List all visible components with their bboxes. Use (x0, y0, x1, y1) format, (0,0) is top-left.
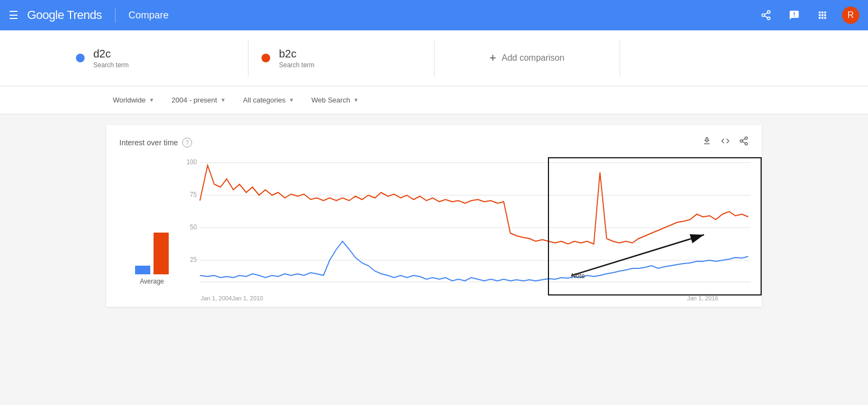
svg-text:50: 50 (190, 223, 197, 230)
d2c-name: d2c (93, 48, 129, 60)
svg-point-5 (745, 137, 748, 140)
b2c-type: Search term (279, 61, 314, 69)
line-chart-svg: 100 75 50 25 (184, 157, 751, 293)
card-actions (702, 136, 749, 149)
note-label: Note (571, 272, 585, 280)
location-chevron: ▼ (149, 97, 154, 103)
svg-text:75: 75 (190, 191, 197, 198)
d2c-info: d2c Search term (93, 48, 129, 69)
apps-icon[interactable] (814, 7, 831, 24)
d2c-type: Search term (93, 61, 129, 69)
x-label-2016: Jan 1, 2016 (687, 295, 751, 301)
svg-line-4 (764, 12, 768, 14)
search-terms-container: d2c Search term b2c Search term + Add co… (54, 39, 814, 77)
app-logo: Google Trends (27, 8, 102, 22)
add-comparison-label: Add comparison (502, 53, 565, 63)
b2c-bar (154, 233, 169, 274)
bar-chart-bars (135, 198, 169, 274)
search-type-filter[interactable]: Web Search ▼ (307, 93, 363, 107)
search-area: d2c Search term b2c Search term + Add co… (0, 30, 868, 86)
category-filter[interactable]: All categories ▼ (239, 93, 298, 107)
svg-point-7 (745, 143, 748, 145)
search-type-chevron: ▼ (353, 97, 359, 103)
feedback-icon[interactable] (786, 7, 803, 24)
d2c-dot (76, 54, 85, 62)
category-label: All categories (243, 96, 285, 104)
search-type-label: Web Search (311, 96, 350, 104)
menu-icon[interactable]: ☰ (9, 9, 18, 22)
chart-body: Average 100 75 50 25 (106, 157, 762, 301)
category-chevron: ▼ (289, 97, 294, 103)
filter-bar: Worldwide ▼ 2004 - present ▼ All categor… (0, 86, 868, 114)
line-chart-area: 100 75 50 25 Jan 1, 2004 Jan 1, 2010 Jan… (184, 157, 762, 301)
d2c-line (200, 241, 748, 281)
share-chart-icon[interactable] (739, 136, 749, 149)
card-title-area: Interest over time ? (119, 138, 192, 147)
x-label-2010: Jan 1, 2010 (232, 295, 264, 301)
app-header: ☰ Google Trends Compare R (0, 0, 868, 30)
main-content: Interest over time ? (0, 114, 868, 329)
add-plus-icon: + (489, 51, 496, 65)
svg-line-9 (742, 139, 745, 140)
add-comparison-button[interactable]: + Add comparison (435, 39, 620, 77)
header-actions: R (757, 7, 859, 24)
b2c-dot (261, 54, 270, 62)
svg-line-3 (764, 16, 768, 17)
search-term-b2c[interactable]: b2c Search term (248, 39, 434, 77)
b2c-name: b2c (279, 48, 314, 60)
svg-line-8 (742, 142, 745, 143)
svg-text:100: 100 (187, 158, 197, 165)
share-icon[interactable] (757, 7, 775, 24)
header-divider (115, 8, 116, 23)
help-icon[interactable]: ? (182, 138, 192, 147)
location-label: Worldwide (113, 96, 145, 104)
download-icon[interactable] (702, 136, 712, 149)
location-filter[interactable]: Worldwide ▼ (108, 93, 158, 107)
time-filter[interactable]: 2004 - present ▼ (167, 93, 230, 107)
average-bar-chart: Average (119, 157, 184, 301)
x-label-2004: Jan 1, 2004 (201, 295, 232, 301)
x-axis-labels: Jan 1, 2004 Jan 1, 2010 Jan 1, 2016 (184, 295, 751, 301)
svg-point-6 (740, 140, 743, 143)
page-title: Compare (129, 10, 169, 21)
svg-point-2 (768, 17, 770, 20)
b2c-line (200, 165, 748, 244)
d2c-bar (135, 266, 150, 274)
time-label: 2004 - present (171, 96, 217, 104)
svg-point-1 (762, 14, 765, 17)
svg-text:25: 25 (190, 256, 197, 263)
card-title: Interest over time (119, 138, 178, 147)
interest-over-time-card: Interest over time ? (106, 125, 762, 307)
search-term-d2c[interactable]: d2c Search term (63, 39, 248, 77)
avatar[interactable]: R (842, 7, 859, 24)
b2c-info: b2c Search term (279, 48, 314, 69)
time-chevron: ▼ (220, 97, 226, 103)
svg-point-0 (768, 11, 770, 14)
embed-icon[interactable] (720, 136, 730, 149)
average-label: Average (140, 278, 164, 285)
card-header: Interest over time ? (106, 136, 762, 157)
